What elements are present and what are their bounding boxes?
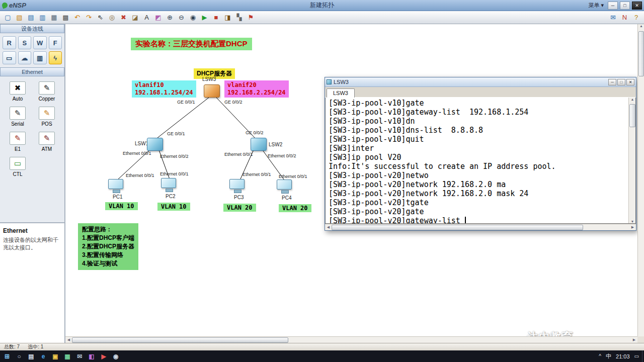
router-category[interactable]: R — [3, 36, 16, 49]
terminal-line: [SW3-ip-pool-v20]network 192.168.2.0 ma — [329, 180, 627, 189]
scroll-down-icon[interactable]: ▼ — [629, 220, 636, 223]
switch-lsw1[interactable] — [147, 138, 163, 151]
terminal-maximize-button[interactable]: □ — [617, 79, 625, 85]
language-indicator[interactable]: 中 — [606, 352, 611, 360]
device-connections-category[interactable]: ϟ — [49, 51, 62, 64]
terminal-close-button[interactable]: ✕ — [626, 79, 634, 85]
scrollbar-thumb[interactable] — [72, 337, 288, 343]
pc2[interactable] — [161, 178, 176, 188]
settings-icon[interactable]: ◉ — [110, 350, 122, 362]
port-label: GE 0/0/1 — [177, 100, 195, 105]
scroll-left-icon[interactable]: ◀ — [325, 225, 332, 229]
message-icon[interactable]: ✉ — [608, 12, 618, 23]
scroll-right-icon[interactable]: ▶ — [631, 338, 637, 342]
e1-link[interactable]: ✎ E1 — [4, 132, 31, 152]
terminal-titlebar[interactable]: LSW3 ─ □ ✕ — [325, 77, 636, 87]
redo-icon[interactable]: ↷ — [84, 12, 94, 23]
save-topology-icon[interactable]: ▤ — [26, 12, 36, 23]
terminal-minimize-button[interactable]: ─ — [608, 79, 616, 85]
zoom-reset-icon[interactable]: ◉ — [188, 12, 198, 23]
copper-link[interactable]: ✎ Copper — [33, 81, 60, 102]
close-button[interactable]: ✕ — [632, 2, 642, 10]
store-icon[interactable]: ▦ — [61, 350, 73, 362]
scroll-up-icon[interactable]: ▲ — [638, 24, 644, 28]
mail-icon[interactable]: ✉ — [73, 350, 86, 362]
notification-icon[interactable]: ▭ — [634, 353, 639, 359]
minimize-button[interactable]: ─ — [608, 2, 618, 10]
device-label-pc2: PC2 — [166, 194, 175, 199]
help-icon[interactable]: ? — [631, 12, 641, 23]
zoom-out-icon[interactable]: ⊖ — [176, 12, 187, 23]
tray-expand-icon[interactable]: ^ — [599, 353, 601, 359]
scrollbar-thumb[interactable] — [332, 225, 583, 230]
start-device-icon[interactable]: ▶ — [199, 12, 210, 23]
palette-icon[interactable]: ◩ — [153, 12, 164, 23]
scroll-right-icon[interactable]: ▶ — [629, 225, 636, 229]
cloud-category[interactable]: ☁ — [18, 51, 32, 64]
pc3[interactable] — [229, 179, 245, 189]
media-icon[interactable]: ▶ — [98, 350, 110, 362]
window-titlebar[interactable]: eNSP 新建拓扑 菜单 ▾ ─ □ ✕ — [0, 0, 644, 11]
wlan-category[interactable]: W — [33, 36, 47, 49]
firewall-category[interactable]: F — [49, 36, 62, 49]
port-label: Ethernet 0/0/1 — [160, 171, 189, 176]
stop-device-icon[interactable]: ■ — [211, 12, 221, 23]
new-topology-icon[interactable]: ▢ — [3, 12, 13, 23]
terminal-line: [SW3-ip-pool-v10]dn — [329, 117, 627, 126]
print-icon[interactable]: ▩ — [60, 12, 71, 23]
text-note-icon[interactable]: A — [141, 12, 152, 23]
terminal-vertical-scrollbar[interactable]: ▲ ▼ — [628, 98, 635, 223]
search-icon[interactable]: ○ — [13, 350, 25, 362]
hub-category[interactable]: ▥ — [33, 51, 47, 64]
topology-canvas[interactable]: 实验名称：三层交换机配置DHCP DHCP服务器 vlanif10192.168… — [65, 24, 644, 343]
save-as-icon[interactable]: ▥ — [37, 12, 48, 23]
vlan-label: VLAN 20 — [223, 204, 256, 212]
news-icon[interactable]: N — [619, 12, 630, 23]
canvas-horizontal-scrollbar[interactable]: ◀ ▶ — [65, 336, 637, 343]
pan-tool-icon[interactable]: ◎ — [107, 12, 117, 23]
serial-link[interactable]: ✎ Serial — [4, 107, 31, 127]
open-topology-icon[interactable]: ▧ — [14, 12, 25, 23]
menu-button[interactable]: 菜单 ▾ — [586, 1, 606, 10]
zoom-in-icon[interactable]: ⊕ — [165, 12, 175, 23]
scrollbar-thumb[interactable] — [629, 104, 635, 127]
terminal-line: Info:It's successful to create an IP add… — [329, 162, 627, 171]
atm-link[interactable]: ✎ ATM — [33, 132, 60, 152]
terminal-output[interactable]: [SW3-ip-pool-v10]gate[SW3-ip-pool-v10]ga… — [325, 98, 636, 224]
switch-lsw2[interactable] — [251, 138, 267, 151]
switch-lsw3[interactable] — [204, 84, 220, 98]
explorer-icon[interactable]: ▣ — [49, 350, 61, 362]
undo-icon[interactable]: ↶ — [72, 12, 83, 23]
image-icon[interactable]: ◧ — [86, 350, 98, 362]
export-icon[interactable]: ▦ — [49, 12, 59, 23]
link-type-grid: ✖ Auto ✎ Copper ✎ Serial ✎ — [0, 76, 64, 222]
delete-icon[interactable]: ✖ — [118, 12, 129, 23]
browser-icon[interactable]: e — [37, 350, 49, 362]
grid-icon[interactable]: ▚ — [234, 12, 245, 23]
capture-packet-icon[interactable]: ◨ — [222, 12, 233, 23]
device-category-grid: RSWF▭☁▥ϟ — [0, 33, 64, 67]
select-tool-icon[interactable]: ⇖ — [95, 12, 106, 23]
pc4[interactable] — [277, 179, 292, 190]
flag-icon[interactable]: ⚑ — [246, 12, 256, 23]
scroll-left-icon[interactable]: ◀ — [65, 338, 72, 342]
canvas-vertical-scrollbar[interactable]: ▲ — [637, 24, 644, 336]
pos-link[interactable]: ✎ POS — [33, 107, 60, 127]
start-button[interactable]: ⊞ — [1, 350, 13, 362]
show-desktop-button[interactable] — [642, 350, 644, 362]
switch-category[interactable]: S — [18, 36, 32, 49]
task-view-icon[interactable]: ▤ — [25, 350, 37, 362]
terminal-horizontal-scrollbar[interactable]: ◀ ▶ — [325, 224, 636, 230]
selection-info-panel: Ethernet 连接设备的以太网和千兆以太接口。 — [0, 222, 64, 343]
maximize-button[interactable]: □ — [620, 2, 630, 10]
scrollbar-thumb[interactable] — [638, 31, 644, 76]
terminal-category[interactable]: ▭ — [3, 51, 16, 64]
eraser-icon[interactable]: ◪ — [130, 12, 140, 23]
ctl-link[interactable]: ▭ CTL — [4, 157, 31, 177]
clock[interactable]: 21:03 — [616, 353, 630, 359]
terminal-window-lsw3[interactable]: LSW3 ─ □ ✕ LSW3 [SW3-ip-pool-v10]gate[SW… — [325, 77, 636, 231]
terminal-tab-lsw3[interactable]: LSW3 — [327, 88, 355, 98]
scroll-up-icon[interactable]: ▲ — [629, 98, 636, 101]
auto-link[interactable]: ✖ Auto — [4, 81, 31, 102]
pc1[interactable] — [108, 179, 123, 189]
